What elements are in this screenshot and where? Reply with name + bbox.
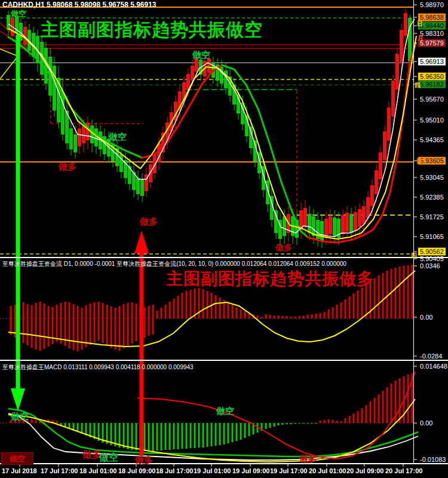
day-marker-glyph: 四 xyxy=(411,252,417,260)
pane-separator xyxy=(0,463,448,464)
pane-separator[interactable] xyxy=(0,257,448,258)
axis-separator xyxy=(413,0,414,464)
indicator-axis-label: 0.00 xyxy=(418,314,434,321)
day-marker-glyph: 目 xyxy=(416,157,422,166)
indicator-axis-label: 0.014648 xyxy=(418,363,448,370)
short-signal-box: 做空 xyxy=(1,452,33,465)
sub2-indicator-header: 至尊决胜操盘王MACD 0.013111 0.009943 0.004118 0… xyxy=(2,364,194,370)
price-axis-label: 5.96350 xyxy=(418,73,446,81)
time-axis-label: 17 Jul 2018 xyxy=(2,467,37,474)
trade-signal-label: 做空 xyxy=(11,8,26,19)
pane-separator[interactable] xyxy=(0,360,448,361)
day-marker-glyph: 日 xyxy=(417,20,423,28)
trade-signal-label: 做多 xyxy=(275,243,292,253)
time-axis-label: 19 Jul 17:00 xyxy=(270,467,307,474)
price-axis-label: 5.96182 xyxy=(418,81,446,88)
trade-signal-label: 做空 xyxy=(11,411,29,422)
time-axis-label: 19 Jul 01:00 xyxy=(194,467,231,474)
time-axis-label: 20 Jul 01:00 xyxy=(309,467,346,474)
trade-signal-label: 做多 xyxy=(299,454,317,465)
trade-signal-label: 做空 xyxy=(192,50,210,61)
day-marker-glyph: 四 xyxy=(415,81,421,90)
trade-signal-label: 做多 xyxy=(59,161,76,173)
price-axis-label: 5.95010 xyxy=(418,117,446,124)
time-axis-label: 17 Jul 17:00 xyxy=(41,467,78,474)
indicator-axis-label: -0.0284 xyxy=(418,353,444,360)
time-axis-label: 20 Jul 09:00 xyxy=(346,467,383,474)
sub1-indicator-header: 至尊决胜操盘王资金流 D1, 0.0000 -0.0001 至尊决胜操盘王资金流… xyxy=(2,261,346,267)
trade-signal-label: 做空 xyxy=(109,131,127,143)
price-axis-label: 5.92385 xyxy=(418,194,446,201)
price-axis-label: 5.96913 xyxy=(418,58,446,66)
trade-signal-label: 做多 xyxy=(135,455,153,466)
indicator-axis-label: -0.01083 xyxy=(418,456,447,464)
time-axis-label: 19 Jul 09:00 xyxy=(232,467,269,474)
trade-signal-label: 做空 xyxy=(216,406,234,417)
mt4-terminal-window: { "window": { "title": "CADHKD,H1 5.9806… xyxy=(0,0,448,478)
resonance-long-banner: 主图副图指标趋势共振做多 xyxy=(166,268,374,290)
price-axis[interactable] xyxy=(414,0,448,464)
resonance-short-banner: 主图副图指标趋势共振做空 xyxy=(41,18,263,42)
price-axis-label: 5.98970 xyxy=(418,1,446,9)
macd-indicator-pane[interactable] xyxy=(0,361,413,463)
time-axis-label: 18 Jul 09:00 xyxy=(118,467,155,474)
price-axis-label: 5.94365 xyxy=(418,136,446,144)
indicator-axis-label: 0.0346 xyxy=(418,262,442,270)
time-axis-label: 18 Jul 17:00 xyxy=(156,467,193,474)
time-axis-label: 18 Jul 01:00 xyxy=(79,467,116,474)
day-marker-glyph: 月 xyxy=(418,34,424,42)
indicator-axis-label: 0.00 xyxy=(418,419,434,427)
trade-signal-label: 做空 xyxy=(99,452,118,464)
price-axis-label: 5.93045 xyxy=(418,174,446,182)
trade-signal-label: 做多 xyxy=(140,216,158,228)
price-axis-label: 5.91065 xyxy=(418,233,446,241)
price-axis-label: 5.91725 xyxy=(418,213,446,221)
price-axis-label: 5.95670 xyxy=(418,96,446,103)
time-axis-label: 20 Jul 17:00 xyxy=(385,467,422,474)
